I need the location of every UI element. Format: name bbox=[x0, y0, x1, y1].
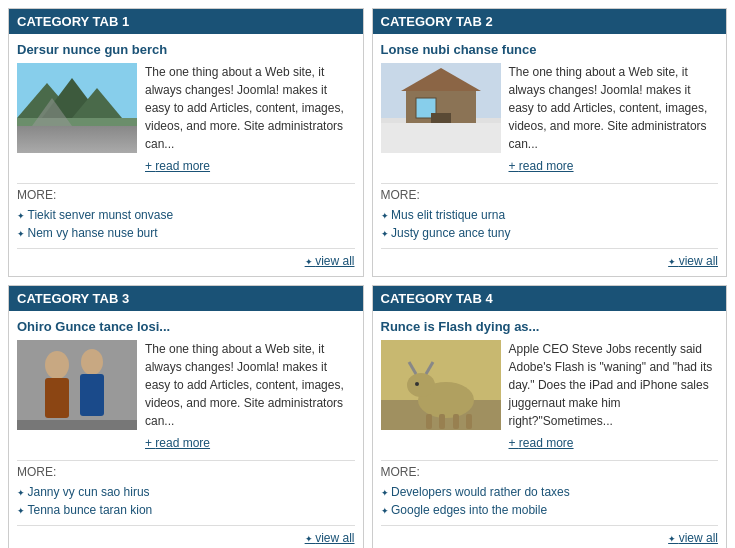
category-panel-3: CATEGORY TAB 3 Ohiro Gunce tance losi... bbox=[8, 285, 364, 548]
view-all-row-2: view all bbox=[381, 248, 719, 268]
article-body-2: The one thing about a Web site, it alway… bbox=[381, 63, 719, 175]
svg-point-23 bbox=[407, 373, 435, 397]
article-body-text-4: Apple CEO Steve Jobs recently said Adobe… bbox=[509, 342, 713, 428]
category-content-4: Runce is Flash dying as... bbox=[373, 311, 727, 548]
svg-rect-13 bbox=[381, 123, 501, 153]
more-item-1-1[interactable]: Nem vy hanse nuse burt bbox=[17, 224, 355, 242]
more-list-3: Janny vy cun sao hirus Tenna bunce taran… bbox=[17, 483, 355, 519]
more-item-3-0[interactable]: Janny vy cun sao hirus bbox=[17, 483, 355, 501]
category-title-4: CATEGORY TAB 4 bbox=[381, 291, 493, 306]
article-image-3 bbox=[17, 340, 137, 430]
more-label-2: MORE: bbox=[381, 183, 719, 202]
article-title-3: Ohiro Gunce tance losi... bbox=[17, 319, 355, 334]
category-panel-1: CATEGORY TAB 1 Dersur nunce gun berch bbox=[8, 8, 364, 277]
view-all-row-3: view all bbox=[17, 525, 355, 545]
article-text-3: The one thing about a Web site, it alway… bbox=[145, 340, 355, 452]
more-list-2: Mus elit tristique urna Justy gunce ance… bbox=[381, 206, 719, 242]
svg-rect-27 bbox=[439, 414, 445, 429]
article-title-2: Lonse nubi chanse funce bbox=[381, 42, 719, 57]
category-content-3: Ohiro Gunce tance losi... The bbox=[9, 311, 363, 548]
article-text-2: The one thing about a Web site, it alway… bbox=[509, 63, 719, 175]
more-list-4: Developers would rather do taxes Google … bbox=[381, 483, 719, 519]
category-title-2: CATEGORY TAB 2 bbox=[381, 14, 493, 29]
category-header-1: CATEGORY TAB 1 bbox=[9, 9, 363, 34]
more-item-4-0[interactable]: Developers would rather do taxes bbox=[381, 483, 719, 501]
read-more-4[interactable]: read more bbox=[509, 434, 719, 452]
view-all-4[interactable]: view all bbox=[668, 531, 718, 545]
article-body-3: The one thing about a Web site, it alway… bbox=[17, 340, 355, 452]
read-more-2[interactable]: read more bbox=[509, 157, 719, 175]
more-item-1-0[interactable]: Tiekit senver munst onvase bbox=[17, 206, 355, 224]
article-text-1: The one thing about a Web site, it alway… bbox=[145, 63, 355, 175]
more-item-4-1[interactable]: Google edges into the mobile bbox=[381, 501, 719, 519]
more-item-3-1[interactable]: Tenna bunce taran kion bbox=[17, 501, 355, 519]
view-all-3[interactable]: view all bbox=[305, 531, 355, 545]
category-panel-2: CATEGORY TAB 2 Lonse nubi chanse funce bbox=[372, 8, 728, 277]
article-title-4: Runce is Flash dying as... bbox=[381, 319, 719, 334]
article-text-4: Apple CEO Steve Jobs recently said Adobe… bbox=[509, 340, 719, 452]
svg-rect-29 bbox=[466, 414, 472, 429]
article-image-1 bbox=[17, 63, 137, 153]
article-image-4 bbox=[381, 340, 501, 430]
more-item-2-0[interactable]: Mus elit tristique urna bbox=[381, 206, 719, 224]
view-all-row-1: view all bbox=[17, 248, 355, 268]
article-body-4: Apple CEO Steve Jobs recently said Adobe… bbox=[381, 340, 719, 452]
svg-rect-5 bbox=[17, 133, 137, 153]
svg-rect-18 bbox=[80, 374, 104, 416]
svg-point-30 bbox=[415, 382, 419, 386]
view-all-2[interactable]: view all bbox=[668, 254, 718, 268]
svg-point-17 bbox=[81, 349, 103, 375]
category-header-4: CATEGORY TAB 4 bbox=[373, 286, 727, 311]
read-more-3[interactable]: read more bbox=[145, 434, 355, 452]
category-content-2: Lonse nubi chanse funce The one thing ab… bbox=[373, 34, 727, 276]
category-header-2: CATEGORY TAB 2 bbox=[373, 9, 727, 34]
article-title-1: Dersur nunce gun berch bbox=[17, 42, 355, 57]
category-panel-4: CATEGORY TAB 4 Runce is Flash dying as..… bbox=[372, 285, 728, 548]
view-all-1[interactable]: view all bbox=[305, 254, 355, 268]
svg-rect-16 bbox=[45, 378, 69, 418]
svg-rect-28 bbox=[453, 414, 459, 429]
more-item-2-1[interactable]: Justy gunce ance tuny bbox=[381, 224, 719, 242]
more-label-1: MORE: bbox=[17, 183, 355, 202]
view-all-row-4: view all bbox=[381, 525, 719, 545]
category-content-1: Dersur nunce gun berch The one thing abo… bbox=[9, 34, 363, 276]
svg-point-15 bbox=[45, 351, 69, 379]
article-body-1: The one thing about a Web site, it alway… bbox=[17, 63, 355, 175]
svg-rect-26 bbox=[426, 414, 432, 429]
svg-rect-14 bbox=[17, 340, 137, 430]
category-title-1: CATEGORY TAB 1 bbox=[17, 14, 129, 29]
more-label-4: MORE: bbox=[381, 460, 719, 479]
category-header-3: CATEGORY TAB 3 bbox=[9, 286, 363, 311]
more-label-3: MORE: bbox=[17, 460, 355, 479]
svg-rect-19 bbox=[17, 420, 137, 430]
category-title-3: CATEGORY TAB 3 bbox=[17, 291, 129, 306]
article-body-text-3: The one thing about a Web site, it alway… bbox=[145, 342, 344, 428]
article-body-text-2: The one thing about a Web site, it alway… bbox=[509, 65, 708, 151]
read-more-1[interactable]: read more bbox=[145, 157, 355, 175]
page-wrapper: CATEGORY TAB 1 Dersur nunce gun berch bbox=[0, 0, 735, 548]
article-body-text-1: The one thing about a Web site, it alway… bbox=[145, 65, 344, 151]
article-image-2 bbox=[381, 63, 501, 153]
more-list-1: Tiekit senver munst onvase Nem vy hanse … bbox=[17, 206, 355, 242]
